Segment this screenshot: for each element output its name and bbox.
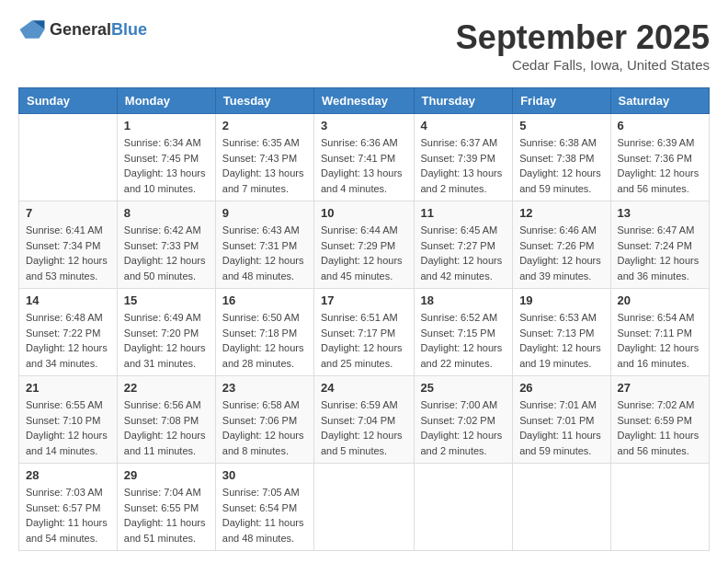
calendar-cell: 21 Sunrise: 6:55 AM Sunset: 7:10 PM Dayl… bbox=[19, 376, 118, 464]
calendar-cell: 26 Sunrise: 7:01 AM Sunset: 7:01 PM Dayl… bbox=[513, 376, 610, 464]
calendar-cell: 1 Sunrise: 6:34 AM Sunset: 7:45 PM Dayli… bbox=[117, 114, 215, 201]
daylight-text: Daylight: 13 hours and 10 minutes. bbox=[124, 166, 209, 196]
calendar-cell: 12 Sunrise: 6:46 AM Sunset: 7:26 PM Dayl… bbox=[513, 201, 610, 289]
sunset-text: Sunset: 7:04 PM bbox=[321, 413, 407, 429]
logo-text-general: General bbox=[50, 20, 111, 40]
calendar-cell: 23 Sunrise: 6:58 AM Sunset: 7:06 PM Dayl… bbox=[215, 376, 313, 464]
daylight-text: Daylight: 12 hours and 2 minutes. bbox=[421, 428, 506, 458]
sunrise-text: Sunrise: 6:58 AM bbox=[222, 397, 307, 413]
sunset-text: Sunset: 7:11 PM bbox=[618, 326, 702, 341]
sunset-text: Sunset: 7:08 PM bbox=[124, 413, 209, 429]
calendar-cell: 9 Sunrise: 6:43 AM Sunset: 7:31 PM Dayli… bbox=[215, 201, 313, 289]
daylight-text: Daylight: 12 hours and 14 minutes. bbox=[26, 428, 110, 458]
day-detail: Sunrise: 6:43 AM Sunset: 7:31 PM Dayligh… bbox=[222, 223, 307, 283]
daylight-text: Daylight: 12 hours and 50 minutes. bbox=[124, 253, 209, 283]
calendar-cell bbox=[513, 464, 610, 551]
sunrise-text: Sunrise: 7:04 AM bbox=[124, 485, 209, 500]
calendar-cell: 5 Sunrise: 6:38 AM Sunset: 7:38 PM Dayli… bbox=[513, 114, 610, 201]
sunset-text: Sunset: 7:29 PM bbox=[321, 238, 407, 254]
calendar-cell: 14 Sunrise: 6:48 AM Sunset: 7:22 PM Dayl… bbox=[19, 289, 118, 376]
day-number: 10 bbox=[321, 206, 407, 220]
sunset-text: Sunset: 7:39 PM bbox=[421, 151, 506, 167]
weekday-header-monday: Monday bbox=[117, 88, 215, 114]
day-detail: Sunrise: 7:03 AM Sunset: 6:57 PM Dayligh… bbox=[26, 485, 110, 546]
calendar-cell: 29 Sunrise: 7:04 AM Sunset: 6:55 PM Dayl… bbox=[117, 464, 215, 551]
day-number: 28 bbox=[26, 468, 110, 482]
day-detail: Sunrise: 6:55 AM Sunset: 7:10 PM Dayligh… bbox=[26, 397, 110, 458]
calendar-cell: 17 Sunrise: 6:51 AM Sunset: 7:17 PM Dayl… bbox=[313, 289, 414, 376]
daylight-text: Daylight: 12 hours and 42 minutes. bbox=[421, 253, 506, 283]
calendar-cell: 3 Sunrise: 6:36 AM Sunset: 7:41 PM Dayli… bbox=[313, 114, 414, 201]
sunset-text: Sunset: 7:43 PM bbox=[222, 151, 307, 167]
day-detail: Sunrise: 7:00 AM Sunset: 7:02 PM Dayligh… bbox=[421, 397, 506, 458]
sunset-text: Sunset: 7:18 PM bbox=[222, 326, 307, 341]
sunrise-text: Sunrise: 6:34 AM bbox=[124, 135, 209, 151]
day-detail: Sunrise: 6:42 AM Sunset: 7:33 PM Dayligh… bbox=[124, 223, 209, 283]
calendar-cell: 16 Sunrise: 6:50 AM Sunset: 7:18 PM Dayl… bbox=[215, 289, 313, 376]
day-detail: Sunrise: 6:44 AM Sunset: 7:29 PM Dayligh… bbox=[321, 223, 407, 283]
day-number: 27 bbox=[618, 381, 702, 395]
sunset-text: Sunset: 7:34 PM bbox=[26, 238, 110, 254]
calendar-cell bbox=[19, 114, 118, 201]
sunset-text: Sunset: 7:06 PM bbox=[222, 413, 307, 429]
daylight-text: Daylight: 12 hours and 22 minutes. bbox=[421, 340, 506, 371]
sunrise-text: Sunrise: 6:54 AM bbox=[618, 310, 702, 326]
daylight-text: Daylight: 12 hours and 59 minutes. bbox=[519, 166, 603, 196]
day-detail: Sunrise: 6:39 AM Sunset: 7:36 PM Dayligh… bbox=[618, 135, 702, 196]
day-detail: Sunrise: 6:49 AM Sunset: 7:20 PM Dayligh… bbox=[124, 310, 209, 371]
sunrise-text: Sunrise: 6:37 AM bbox=[421, 135, 506, 151]
sunset-text: Sunset: 6:54 PM bbox=[222, 500, 307, 516]
day-detail: Sunrise: 7:02 AM Sunset: 6:59 PM Dayligh… bbox=[618, 397, 702, 458]
day-detail: Sunrise: 6:38 AM Sunset: 7:38 PM Dayligh… bbox=[519, 135, 603, 196]
calendar-cell: 13 Sunrise: 6:47 AM Sunset: 7:24 PM Dayl… bbox=[610, 201, 709, 289]
sunrise-text: Sunrise: 7:00 AM bbox=[421, 397, 506, 413]
sunrise-text: Sunrise: 6:44 AM bbox=[321, 223, 407, 238]
calendar-header-row: SundayMondayTuesdayWednesdayThursdayFrid… bbox=[19, 88, 710, 114]
calendar-week-row: 7 Sunrise: 6:41 AM Sunset: 7:34 PM Dayli… bbox=[19, 201, 710, 289]
day-detail: Sunrise: 6:35 AM Sunset: 7:43 PM Dayligh… bbox=[222, 135, 307, 196]
day-detail: Sunrise: 6:48 AM Sunset: 7:22 PM Dayligh… bbox=[26, 310, 110, 371]
sunset-text: Sunset: 7:33 PM bbox=[124, 238, 209, 254]
day-number: 7 bbox=[26, 206, 110, 220]
day-number: 6 bbox=[618, 119, 702, 132]
calendar-week-row: 14 Sunrise: 6:48 AM Sunset: 7:22 PM Dayl… bbox=[19, 289, 710, 376]
calendar-cell: 25 Sunrise: 7:00 AM Sunset: 7:02 PM Dayl… bbox=[414, 376, 513, 464]
sunset-text: Sunset: 7:38 PM bbox=[519, 151, 603, 167]
daylight-text: Daylight: 12 hours and 56 minutes. bbox=[618, 166, 702, 196]
sunset-text: Sunset: 7:02 PM bbox=[421, 413, 506, 429]
day-detail: Sunrise: 6:47 AM Sunset: 7:24 PM Dayligh… bbox=[618, 223, 702, 283]
sunset-text: Sunset: 7:41 PM bbox=[321, 151, 407, 167]
calendar-cell: 6 Sunrise: 6:39 AM Sunset: 7:36 PM Dayli… bbox=[610, 114, 709, 201]
logo-icon bbox=[18, 18, 46, 40]
day-detail: Sunrise: 7:05 AM Sunset: 6:54 PM Dayligh… bbox=[222, 485, 307, 546]
sunset-text: Sunset: 7:24 PM bbox=[618, 238, 702, 254]
sunrise-text: Sunrise: 6:46 AM bbox=[519, 223, 603, 238]
sunrise-text: Sunrise: 7:03 AM bbox=[26, 485, 110, 500]
day-detail: Sunrise: 7:01 AM Sunset: 7:01 PM Dayligh… bbox=[519, 397, 603, 458]
day-number: 11 bbox=[421, 206, 506, 220]
calendar-cell: 22 Sunrise: 6:56 AM Sunset: 7:08 PM Dayl… bbox=[117, 376, 215, 464]
daylight-text: Daylight: 12 hours and 8 minutes. bbox=[222, 428, 307, 458]
day-number: 2 bbox=[222, 119, 307, 132]
daylight-text: Daylight: 11 hours and 48 minutes. bbox=[222, 515, 307, 546]
calendar-cell: 19 Sunrise: 6:53 AM Sunset: 7:13 PM Dayl… bbox=[513, 289, 610, 376]
day-detail: Sunrise: 6:45 AM Sunset: 7:27 PM Dayligh… bbox=[421, 223, 506, 283]
day-number: 16 bbox=[222, 293, 307, 307]
sunrise-text: Sunrise: 6:49 AM bbox=[124, 310, 209, 326]
weekday-header-wednesday: Wednesday bbox=[313, 88, 414, 114]
day-number: 14 bbox=[26, 293, 110, 307]
sunrise-text: Sunrise: 6:53 AM bbox=[519, 310, 603, 326]
day-detail: Sunrise: 6:50 AM Sunset: 7:18 PM Dayligh… bbox=[222, 310, 307, 371]
sunset-text: Sunset: 7:36 PM bbox=[618, 151, 702, 167]
daylight-text: Daylight: 12 hours and 48 minutes. bbox=[222, 253, 307, 283]
day-number: 21 bbox=[26, 381, 110, 395]
weekday-header-tuesday: Tuesday bbox=[215, 88, 313, 114]
day-detail: Sunrise: 6:59 AM Sunset: 7:04 PM Dayligh… bbox=[321, 397, 407, 458]
calendar-cell: 28 Sunrise: 7:03 AM Sunset: 6:57 PM Dayl… bbox=[19, 464, 118, 551]
day-number: 29 bbox=[124, 468, 209, 482]
day-number: 13 bbox=[618, 206, 702, 220]
sunrise-text: Sunrise: 6:41 AM bbox=[26, 223, 110, 238]
daylight-text: Daylight: 13 hours and 7 minutes. bbox=[222, 166, 307, 196]
sunrise-text: Sunrise: 6:36 AM bbox=[321, 135, 407, 151]
sunrise-text: Sunrise: 7:05 AM bbox=[222, 485, 307, 500]
